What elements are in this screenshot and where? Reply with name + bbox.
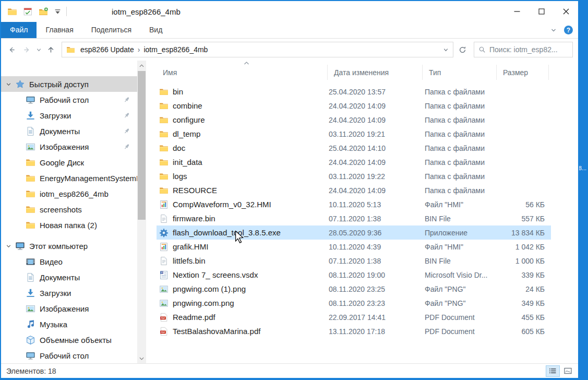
view-toggle-buttons <box>546 365 575 377</box>
file-name: CompWaveform_v0_32.HMI <box>173 200 271 209</box>
minimize-button[interactable] <box>505 1 529 22</box>
sidebar-item-pictures-2[interactable]: Изображения <box>1 301 137 316</box>
ribbon-tab-bar: ФайлГлавнаяПоделитьсяВид ? <box>1 22 578 39</box>
file-name: pngwing.com.png <box>173 299 234 307</box>
breadcrumb-item-0[interactable]: esp8266 Update <box>78 45 137 54</box>
expand-chevron-icon[interactable] <box>5 243 12 250</box>
refresh-button[interactable] <box>454 42 470 57</box>
sidebar-item-label: Видео <box>40 257 63 266</box>
sidebar-item-music[interactable]: Музыка <box>1 316 137 332</box>
tab-home[interactable]: Главная <box>37 22 82 38</box>
file-type: Файл "HMI" <box>423 243 497 251</box>
column-header-name[interactable]: Имя <box>157 65 328 80</box>
sidebar-scrollbar[interactable] <box>137 61 146 363</box>
tab-view[interactable]: Вид <box>140 22 171 38</box>
back-arrow-icon <box>7 45 16 54</box>
folder-icon <box>159 115 169 125</box>
expand-chevron-icon[interactable] <box>5 81 12 88</box>
file-row-nextion-7-screens-vsdx[interactable]: VNextion 7_ screens.vsdx08.11.2020 19:00… <box>157 268 551 282</box>
sidebar-item-desktop-2[interactable]: Рабочий стол <box>1 348 137 363</box>
file-row-compwaveform-v0-32-hmi[interactable]: CompWaveform_v0_32.HMI10.11.2020 5:13Фай… <box>157 197 551 211</box>
expand-ribbon-chevron-icon[interactable] <box>550 27 557 34</box>
sidebar-item-screenshots[interactable]: screenshots <box>1 201 137 217</box>
search-input[interactable]: Поиск: iotm_esp82... <box>474 42 573 57</box>
file-type: BIN File <box>423 215 497 223</box>
file-name: init_data <box>173 158 202 167</box>
app-folder-icon[interactable] <box>7 7 17 17</box>
file-name: flash_download_tool_3.8.5.exe <box>173 228 281 237</box>
file-row-configure[interactable]: configure24.04.2020 14:09Папка с файлами <box>157 113 551 127</box>
file-row-combine[interactable]: combine24.04.2020 14:09Папка с файлами <box>157 99 551 113</box>
up-button[interactable] <box>43 42 58 57</box>
scroll-down-arrow[interactable] <box>137 354 146 363</box>
column-header-size[interactable]: Размер <box>497 65 549 80</box>
file-row-resource[interactable]: RESOURCE24.04.2020 14:09Папка с файлами <box>157 183 551 197</box>
file-row-pngwing-com-1-png[interactable]: pngwing.com (1).png08.11.2020 23:25Файл … <box>157 282 551 296</box>
forward-button[interactable] <box>19 42 34 57</box>
file-row-bin[interactable]: bin25.04.2020 13:57Папка с файлами <box>157 85 551 99</box>
sidebar-item-desktop[interactable]: Рабочий стол <box>1 92 137 108</box>
sidebar-item-new-folder-2[interactable]: Новая папка (2) <box>1 217 137 233</box>
svg-text:PDF: PDF <box>161 330 165 333</box>
scroll-up-arrow[interactable] <box>137 61 146 70</box>
file-type: Папка с файлами <box>423 102 497 110</box>
file-row-doc[interactable]: doc25.04.2020 14:10Папка с файлами <box>157 141 551 155</box>
sidebar-item-label: Быстрый доступ <box>29 80 89 89</box>
new-folder-icon[interactable] <box>39 7 49 17</box>
sidebar-item-3d-objects[interactable]: Объемные объекты <box>1 332 137 348</box>
sidebar-item-label: Изображения <box>40 142 89 151</box>
up-arrow-icon <box>46 45 55 54</box>
sidebar-item-downloads-2[interactable]: Загрузки <box>1 285 137 301</box>
close-button[interactable] <box>554 1 578 22</box>
help-button[interactable]: ? <box>564 26 573 34</box>
back-button[interactable] <box>4 42 19 57</box>
minimize-icon <box>514 8 520 15</box>
file-row-init-data[interactable]: init_data24.04.2020 14:09Папка с файлами <box>157 155 551 169</box>
file-row-grafik-hmi[interactable]: grafik.HMI10.11.2020 4:39Файл "HMI"1 042… <box>157 240 551 254</box>
sidebar-item-videos[interactable]: Видео <box>1 254 137 269</box>
sidebar-item-iotm-esp8266-4mb[interactable]: iotm_esp8266_4mb <box>1 186 137 201</box>
address-bar[interactable]: esp8266 Update›iotm_esp8266_4mb <box>62 42 453 57</box>
sidebar-item-downloads[interactable]: Загрузки <box>1 108 137 123</box>
file-row-firmware-bin[interactable]: firmware.bin07.11.2020 1:38BIN File557 К… <box>157 211 551 225</box>
file-name-cell: VNextion 7_ screens.vsdx <box>157 270 328 280</box>
sidebar-item-quick-access[interactable]: Быстрый доступ <box>1 76 137 92</box>
address-dropdown-button[interactable] <box>438 42 453 57</box>
column-header-date[interactable]: Дата изменения <box>328 65 423 80</box>
sidebar-item-documents-2[interactable]: Документы <box>1 269 137 285</box>
file-row-littlefs-bin[interactable]: littlefs.bin07.11.2020 1:38BIN File1 000… <box>157 254 551 268</box>
scrollbar-thumb[interactable] <box>138 71 146 220</box>
sidebar-item-documents[interactable]: Документы <box>1 123 137 139</box>
folder-icon <box>159 172 169 181</box>
properties-icon[interactable] <box>23 7 33 17</box>
customize-quick-access-icon[interactable] <box>54 8 61 15</box>
breadcrumb-item-1[interactable]: iotm_esp8266_4mb <box>141 45 210 54</box>
sidebar-item-label: Этот компьютер <box>29 242 88 251</box>
thumbnails-view-button[interactable] <box>561 365 575 377</box>
recent-locations-dropdown[interactable] <box>34 42 43 57</box>
file-row-logs[interactable]: logs03.11.2020 19:22Папка с файлами <box>157 169 551 183</box>
column-header-type[interactable]: Тип <box>423 65 497 80</box>
file-row-pngwing-com-png[interactable]: pngwing.com.png08.11.2020 23:23Файл "PNG… <box>157 296 551 310</box>
file-name: combine <box>173 101 202 110</box>
file-size: 24 КБ <box>497 285 549 293</box>
file-date: 07.11.2020 1:38 <box>328 257 423 265</box>
sidebar-item-google-drive[interactable]: Google Диск <box>1 155 137 170</box>
title-bar: iotm_esp8266_4mb <box>1 1 578 22</box>
file-date: 13.11.2020 17:18 <box>328 327 423 336</box>
sidebar-item-label: Рабочий стол <box>40 96 89 104</box>
file-name-cell: PDFReadme.pdf <box>157 313 328 322</box>
file-row-dl-temp[interactable]: dl_temp03.11.2020 19:21Папка с файлами <box>157 127 551 141</box>
file-row-readme-pdf[interactable]: PDFReadme.pdf22.09.2017 14:41PDF Documen… <box>157 310 551 324</box>
tab-share[interactable]: Поделиться <box>82 22 140 38</box>
file-row-flash-download-tool-3-8-5-exe[interactable]: flash_download_tool_3.8.5.exe28.05.2020 … <box>157 225 551 240</box>
folder-icon <box>159 144 169 153</box>
tab-file[interactable]: Файл <box>1 22 37 38</box>
details-view-button[interactable] <box>546 365 560 377</box>
sidebar-item-this-pc[interactable]: Этот компьютер <box>1 238 137 254</box>
sidebar-item-energy-management[interactable]: EnergyManagementSystemN <box>1 170 137 186</box>
file-row-testbalashovamarina-pdf[interactable]: PDFTestBalashovaMarina.pdf13.11.2020 17:… <box>157 324 551 338</box>
sidebar-item-pictures[interactable]: Изображения <box>1 139 137 155</box>
maximize-button[interactable] <box>529 1 554 22</box>
file-size: 56 КБ <box>497 200 549 209</box>
